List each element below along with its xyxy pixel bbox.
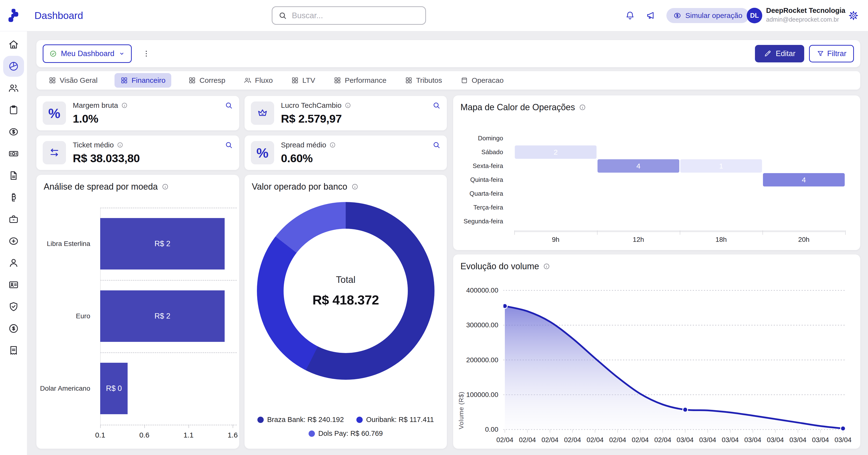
gridline xyxy=(100,352,237,353)
sidebar-item-pie-chart[interactable] xyxy=(3,56,24,77)
org-name: DeepRocket Tecnologia L... xyxy=(766,6,847,15)
sidebar-item-home[interactable] xyxy=(3,34,24,55)
heatmap-cell: 2 xyxy=(515,145,596,159)
grid-icon xyxy=(291,77,299,84)
dashboard-selector-button[interactable]: Meu Dashboard xyxy=(43,45,132,63)
edit-button[interactable]: Editar xyxy=(755,45,804,62)
top-navbar: Dashboard Simular operação DL DeepRocket… xyxy=(0,0,868,31)
grid-icon xyxy=(405,77,413,84)
sidebar-nav xyxy=(0,31,27,455)
bar: R$ 2 xyxy=(100,218,225,269)
heatmap-cell: 4 xyxy=(763,173,845,187)
heatmap-grid: DomingoSábado2Sexta-feira41Quinta-feira4… xyxy=(460,131,846,228)
coin-dollar-icon xyxy=(8,126,19,137)
sidebar-item-id-card[interactable] xyxy=(3,274,24,295)
sidebar-item-banknote[interactable] xyxy=(3,143,24,164)
users-icon xyxy=(244,77,252,84)
kpi-icon-box xyxy=(43,141,66,164)
magnifier-icon[interactable] xyxy=(432,141,440,149)
tab-corresp[interactable]: Corresp xyxy=(187,73,227,88)
sidebar-item-user[interactable] xyxy=(3,253,24,274)
info-icon[interactable] xyxy=(579,104,586,111)
tab-fluxo[interactable]: Fluxo xyxy=(242,73,274,88)
sidebar-item-shield-check[interactable] xyxy=(3,296,24,317)
tab-visão-geral[interactable]: Visão Geral xyxy=(47,73,99,88)
legend-item: Braza Bank: R$ 240.192 xyxy=(257,416,344,424)
sidebar-item-plus-circle[interactable] xyxy=(3,231,24,252)
search-icon xyxy=(278,11,287,20)
sidebar-item-receipt[interactable] xyxy=(3,340,24,361)
info-icon[interactable] xyxy=(329,142,336,148)
home-icon xyxy=(8,39,19,50)
kpi-card-margem-bruta: %Margem bruta1.0% xyxy=(36,96,239,131)
tab-performance[interactable]: Performance xyxy=(332,73,388,88)
calendar-icon xyxy=(460,77,468,84)
magnifier-icon[interactable] xyxy=(225,101,233,110)
info-icon[interactable] xyxy=(117,142,123,148)
value-by-bank-card: Valor operado por banco Total R$ 418.372… xyxy=(245,175,447,449)
check-circle-icon xyxy=(49,50,57,58)
account-info[interactable]: DeepRocket Tecnologia L... admin@deeproc… xyxy=(766,6,847,23)
tick xyxy=(232,425,233,428)
exchange-icon xyxy=(48,146,61,159)
spread-by-currency-card: Análise de spread por moeda Libra Esterl… xyxy=(36,175,239,449)
bar-row-libra-esterlina: Libra EsterlinaR$ 2 xyxy=(36,207,239,280)
sidebar-item-dollar-circle[interactable] xyxy=(3,318,24,339)
tick xyxy=(597,230,597,235)
grid-icon xyxy=(49,77,56,84)
operations-heatmap-card: Mapa de Calor de Operações DomingoSábado… xyxy=(453,95,860,250)
kpi-value: R$ 38.033,80 xyxy=(73,151,140,165)
dashboard-page: Dashboard Simular operação DL DeepRocket… xyxy=(0,0,868,455)
funnel-icon xyxy=(816,50,824,58)
kpi-icon-box: % xyxy=(251,141,274,164)
sidebar-item-briefcase[interactable] xyxy=(3,209,24,230)
magnifier-icon[interactable] xyxy=(225,141,233,149)
sidebar-item-bitcoin[interactable] xyxy=(3,187,24,208)
pencil-icon xyxy=(764,50,771,58)
search-bar[interactable] xyxy=(272,6,426,25)
heatmap-row-quarta-feira: Quarta-feira xyxy=(460,187,846,201)
info-icon[interactable] xyxy=(344,102,351,109)
users-icon xyxy=(8,83,19,94)
tick xyxy=(188,425,189,428)
more-options-kebab-icon[interactable] xyxy=(141,49,152,58)
kpi-value: R$ 2.579,97 xyxy=(281,112,351,125)
announcements-megaphone-icon[interactable] xyxy=(646,10,656,21)
kpi-card-lucro-techcambio: Lucro TechCambioR$ 2.579,97 xyxy=(245,96,447,131)
dashboard-tabs: Visão GeralFinanceiroCorrespFluxoLTVPerf… xyxy=(36,71,860,90)
percent-icon: % xyxy=(48,105,60,121)
donut-center: Total R$ 418.372 xyxy=(284,229,408,353)
receipt-icon xyxy=(8,345,19,356)
legend-item: Ouribank: R$ 117.411 xyxy=(356,416,434,424)
kpi-card-ticket-médio: Ticket médioR$ 38.033,80 xyxy=(36,136,239,170)
tab-financeiro[interactable]: Financeiro xyxy=(115,73,171,88)
tab-ltv[interactable]: LTV xyxy=(290,73,317,88)
sidebar-item-coin-dollar[interactable] xyxy=(3,121,24,142)
user-avatar[interactable]: DL xyxy=(747,8,762,23)
heatmap-row-domingo: Domingo xyxy=(460,131,846,145)
simulate-operation-button[interactable]: Simular operação xyxy=(666,8,749,23)
briefcase-icon xyxy=(8,214,19,225)
tab-tributos[interactable]: Tributos xyxy=(403,73,443,88)
filter-button[interactable]: Filtrar xyxy=(809,45,854,62)
info-icon[interactable] xyxy=(161,183,169,190)
search-input[interactable] xyxy=(291,11,420,20)
tab-operacao[interactable]: Operacao xyxy=(459,73,505,88)
legend-dot xyxy=(356,417,363,423)
info-icon[interactable] xyxy=(543,263,550,270)
notifications-bell-icon[interactable] xyxy=(625,10,635,21)
info-icon[interactable] xyxy=(121,102,128,109)
legend-dot xyxy=(309,430,315,437)
chevron-down-icon xyxy=(118,50,125,57)
magnifier-icon[interactable] xyxy=(432,101,440,110)
info-icon[interactable] xyxy=(351,183,359,190)
sidebar-item-document[interactable] xyxy=(3,165,24,186)
heatmap-cell: 4 xyxy=(597,159,679,173)
grid-icon xyxy=(120,77,128,84)
tick xyxy=(514,230,515,235)
sidebar-item-users[interactable] xyxy=(3,78,24,98)
settings-gear-icon[interactable] xyxy=(848,10,859,21)
heatmap-row-terça-feira: Terça-feira xyxy=(460,201,846,215)
tick xyxy=(100,425,101,428)
sidebar-item-clipboard[interactable] xyxy=(3,99,24,120)
